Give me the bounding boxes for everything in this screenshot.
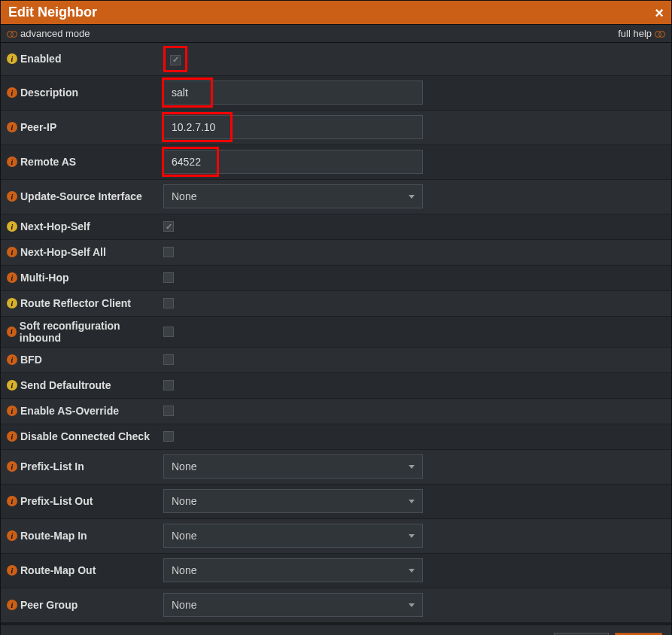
routemapout-select[interactable]: None	[163, 558, 423, 582]
chevron-down-icon	[409, 569, 415, 573]
info-icon[interactable]: i	[7, 156, 17, 167]
routemapin-value: None	[172, 530, 196, 542]
row-bfd: i BFD	[1, 348, 671, 373]
info-icon[interactable]: i	[7, 87, 17, 98]
info-icon[interactable]: i	[7, 380, 17, 390]
label-multihop: Multi-Hop	[20, 272, 69, 284]
modal-footer: Cancel Save	[1, 623, 671, 636]
row-remoteas: i Remote AS	[1, 145, 671, 180]
modal-title: Edit Neighbor	[8, 5, 97, 20]
row-routemapin: i Route-Map In None	[1, 519, 671, 554]
label-description: Description	[20, 87, 78, 99]
row-description: i Description	[1, 76, 671, 111]
row-disableconn: i Disable Connected Check	[1, 424, 671, 450]
modal-titlebar: Edit Neighbor ×	[1, 1, 671, 24]
label-prefixin: Prefix-List In	[20, 460, 84, 472]
row-nexthopselfall: i Next-Hop-Self All	[1, 240, 671, 266]
mode-toolbar: advanced mode full help	[1, 24, 671, 43]
nexthopself-checkbox[interactable]	[163, 221, 174, 232]
info-icon[interactable]: i	[7, 406, 17, 416]
cancel-button[interactable]: Cancel	[554, 633, 610, 636]
highlight-enabled	[163, 46, 187, 72]
chevron-down-icon	[409, 534, 415, 538]
info-icon[interactable]: i	[7, 191, 17, 202]
full-help-label: full help	[618, 28, 652, 39]
bfd-checkbox[interactable]	[163, 354, 174, 365]
row-asoverride: i Enable AS-Override	[1, 399, 671, 424]
softreconf-checkbox[interactable]	[163, 327, 174, 337]
label-nexthopselfall: Next-Hop-Self All	[20, 246, 106, 258]
prefixin-select[interactable]: None	[163, 454, 423, 479]
updatesource-select[interactable]: None	[163, 184, 423, 208]
remoteas-input[interactable]	[163, 150, 423, 174]
multihop-checkbox[interactable]	[163, 272, 174, 283]
row-peergroup: i Peer Group None	[1, 588, 671, 623]
routemapout-value: None	[172, 564, 196, 576]
info-icon[interactable]: i	[7, 122, 17, 132]
info-icon[interactable]: i	[7, 600, 17, 610]
label-updatesource: Update-Source Interface	[20, 190, 142, 202]
info-icon[interactable]: i	[7, 565, 17, 576]
advanced-mode-label: advanced mode	[20, 28, 90, 39]
toggle-icon	[655, 30, 665, 38]
prefixout-value: None	[172, 495, 196, 507]
info-icon[interactable]: i	[7, 272, 17, 283]
close-icon[interactable]: ×	[655, 5, 664, 20]
row-softreconf: i Soft reconfiguration inbound	[1, 317, 671, 348]
label-disableconn: Disable Connected Check	[20, 430, 150, 442]
chevron-down-icon	[409, 465, 415, 469]
prefixin-value: None	[172, 460, 196, 472]
form-body: i Enabled i Description	[1, 43, 671, 623]
row-prefixout: i Prefix-List Out None	[1, 485, 671, 519]
row-senddefault: i Send Defaultroute	[1, 373, 671, 399]
peerip-input[interactable]	[163, 115, 423, 139]
full-help-toggle[interactable]: full help	[618, 28, 665, 39]
asoverride-checkbox[interactable]	[163, 406, 174, 416]
row-enabled: i Enabled	[1, 43, 671, 76]
peergroup-select[interactable]: None	[163, 593, 423, 617]
row-nexthopself: i Next-Hop-Self	[1, 214, 671, 240]
rrclient-checkbox[interactable]	[163, 298, 174, 308]
toggle-icon	[7, 30, 17, 38]
row-multihop: i Multi-Hop	[1, 266, 671, 291]
label-enabled: Enabled	[20, 53, 61, 65]
info-icon[interactable]: i	[7, 221, 17, 232]
chevron-down-icon	[409, 195, 415, 199]
chevron-down-icon	[409, 500, 415, 503]
row-prefixin: i Prefix-List In None	[1, 450, 671, 485]
peergroup-value: None	[172, 599, 196, 611]
label-remoteas: Remote AS	[20, 156, 76, 168]
prefixout-select[interactable]: None	[163, 489, 423, 513]
label-asoverride: Enable AS-Override	[20, 405, 119, 417]
info-icon[interactable]: i	[7, 327, 17, 337]
row-routemapout: i Route-Map Out None	[1, 554, 671, 588]
label-peergroup: Peer Group	[20, 599, 78, 611]
info-icon[interactable]: i	[7, 431, 17, 442]
label-rrclient: Route Reflector Client	[20, 297, 131, 309]
description-input[interactable]	[163, 81, 423, 105]
info-icon[interactable]: i	[7, 496, 17, 506]
disableconn-checkbox[interactable]	[163, 431, 174, 442]
save-button[interactable]: Save	[615, 633, 662, 636]
enabled-checkbox[interactable]	[170, 55, 181, 65]
info-icon[interactable]: i	[7, 298, 17, 308]
info-icon[interactable]: i	[7, 53, 17, 64]
row-rrclient: i Route Reflector Client	[1, 291, 671, 317]
info-icon[interactable]: i	[7, 461, 17, 472]
info-icon[interactable]: i	[7, 530, 17, 541]
label-senddefault: Send Defaultroute	[20, 379, 111, 391]
label-peerip: Peer-IP	[20, 121, 56, 133]
info-icon[interactable]: i	[7, 354, 17, 365]
senddefault-checkbox[interactable]	[163, 380, 174, 390]
routemapin-select[interactable]: None	[163, 524, 423, 548]
label-softreconf: Soft reconfiguration inbound	[20, 320, 153, 344]
label-bfd: BFD	[20, 354, 42, 366]
info-icon[interactable]: i	[7, 247, 17, 257]
advanced-mode-toggle[interactable]: advanced mode	[7, 28, 90, 39]
label-nexthopself: Next-Hop-Self	[20, 220, 90, 232]
label-prefixout: Prefix-List Out	[20, 495, 93, 507]
row-updatesource: i Update-Source Interface None	[1, 180, 671, 214]
label-routemapin: Route-Map In	[20, 530, 87, 542]
nexthopselfall-checkbox[interactable]	[163, 247, 174, 257]
row-peerip: i Peer-IP	[1, 111, 671, 145]
